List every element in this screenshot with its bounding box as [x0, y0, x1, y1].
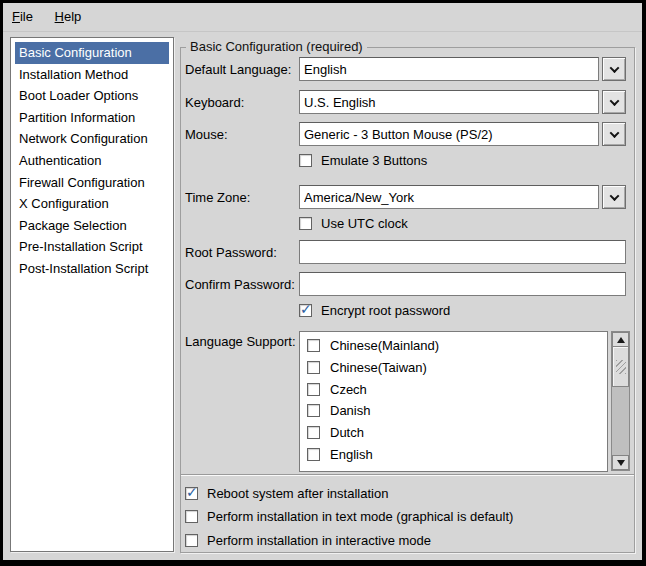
chevron-down-icon: [609, 96, 619, 106]
language-option-label: Chinese(Taiwan): [330, 360, 427, 375]
menu-help-mnemonic: H: [55, 9, 64, 24]
reboot-after-install-label: Reboot system after installation: [207, 486, 388, 501]
menu-file-label: ile: [20, 9, 33, 24]
language-list-scrollbar[interactable]: [611, 331, 630, 471]
encrypt-root-password-label: Encrypt root password: [321, 303, 450, 318]
interactive-mode-install-checkbox-row[interactable]: Perform installation in interactive mode: [185, 532, 431, 548]
mouse-dropdown-button[interactable]: [602, 122, 626, 146]
root-password-row: Root Password:: [185, 240, 626, 264]
chevron-down-icon: [609, 191, 619, 201]
emulate-3-buttons-label: Emulate 3 Buttons: [321, 153, 427, 168]
scroll-down-button[interactable]: [612, 455, 629, 470]
language-checkbox[interactable]: [307, 339, 320, 352]
sidebar-item-authentication[interactable]: Authentication: [15, 150, 169, 172]
language-option-chinese-mainland[interactable]: Chinese(Mainland): [300, 335, 607, 357]
menu-file[interactable]: File: [3, 3, 42, 31]
sidebar-item-package-selection[interactable]: Package Selection: [15, 215, 169, 237]
keyboard-row: Keyboard:: [185, 90, 626, 114]
default-language-label: Default Language:: [185, 62, 299, 77]
menu-help[interactable]: Help: [46, 3, 91, 31]
language-support-label-row: Language Support:: [185, 333, 296, 349]
language-option-english[interactable]: English: [300, 443, 607, 465]
language-support-label: Language Support:: [185, 334, 296, 349]
mouse-combo: [299, 122, 626, 146]
root-password-input[interactable]: [299, 240, 626, 264]
mouse-input[interactable]: [299, 122, 599, 146]
language-option-chinese-taiwan[interactable]: Chinese(Taiwan): [300, 357, 607, 379]
menu-file-mnemonic: F: [12, 9, 20, 24]
language-option-label: Danish: [330, 403, 370, 418]
chevron-down-icon: [609, 128, 619, 138]
section-list: Basic Configuration Installation Method …: [10, 37, 174, 552]
interactive-mode-install-label: Perform installation in interactive mode: [207, 533, 431, 548]
language-checkbox[interactable]: [307, 361, 320, 374]
language-checkbox[interactable]: [307, 426, 320, 439]
chevron-down-icon: [609, 63, 619, 73]
arrow-up-icon: [617, 337, 625, 343]
emulate-3-buttons-checkbox-row[interactable]: Emulate 3 Buttons: [299, 152, 427, 168]
interactive-mode-install-checkbox[interactable]: [185, 534, 198, 547]
default-language-combo: [299, 57, 626, 81]
use-utc-clock-checkbox-row[interactable]: Use UTC clock: [299, 215, 408, 231]
scroll-up-button[interactable]: [612, 332, 629, 347]
language-option-danish[interactable]: Danish: [300, 400, 607, 422]
language-option-label: English: [330, 447, 373, 462]
sidebar-item-basic-configuration[interactable]: Basic Configuration: [15, 42, 169, 64]
grip-icon: [616, 360, 626, 374]
language-option-label: Czech: [330, 382, 367, 397]
emulate-3-buttons-checkbox[interactable]: [299, 154, 312, 167]
time-zone-label: Time Zone:: [185, 190, 299, 205]
language-option-dutch[interactable]: Dutch: [300, 422, 607, 444]
confirm-password-row: Confirm Password:: [185, 272, 626, 296]
sidebar-item-pre-installation-script[interactable]: Pre-Installation Script: [15, 236, 169, 258]
language-option-label: Chinese(Mainland): [330, 338, 439, 353]
mouse-label: Mouse:: [185, 127, 299, 142]
footer-separator: [181, 474, 634, 476]
confirm-password-input[interactable]: [299, 272, 626, 296]
language-checkbox[interactable]: [307, 404, 320, 417]
language-checkbox[interactable]: [307, 448, 320, 461]
default-language-dropdown-button[interactable]: [602, 57, 626, 81]
keyboard-combo: [299, 90, 626, 114]
menu-help-label: elp: [64, 9, 81, 24]
kickstart-configurator-window: File Help Basic Configuration Installati…: [0, 0, 646, 566]
sidebar-item-network-configuration[interactable]: Network Configuration: [15, 128, 169, 150]
arrow-down-icon: [617, 460, 625, 466]
use-utc-clock-checkbox[interactable]: [299, 217, 312, 230]
confirm-password-label: Confirm Password:: [185, 277, 299, 292]
scrollbar-thumb[interactable]: [612, 347, 629, 387]
sidebar-item-boot-loader-options[interactable]: Boot Loader Options: [15, 85, 169, 107]
language-option-czech[interactable]: Czech: [300, 378, 607, 400]
reboot-after-install-checkbox-row[interactable]: Reboot system after installation: [185, 485, 388, 501]
sidebar-item-post-installation-script[interactable]: Post-Installation Script: [15, 258, 169, 280]
language-support-list: Chinese(Mainland) Chinese(Taiwan) Czech …: [299, 331, 608, 472]
root-password-label: Root Password:: [185, 245, 299, 260]
keyboard-input[interactable]: [299, 90, 599, 114]
sidebar-item-installation-method[interactable]: Installation Method: [15, 64, 169, 86]
use-utc-clock-label: Use UTC clock: [321, 216, 408, 231]
encrypt-root-password-checkbox-row[interactable]: Encrypt root password: [299, 302, 450, 318]
default-language-input[interactable]: [299, 57, 599, 81]
sidebar-item-partition-information[interactable]: Partition Information: [15, 107, 169, 129]
encrypt-root-password-checkbox[interactable]: [299, 304, 312, 317]
text-mode-install-checkbox-row[interactable]: Perform installation in text mode (graph…: [185, 508, 513, 524]
sidebar-item-firewall-configuration[interactable]: Firewall Configuration: [15, 172, 169, 194]
language-option-label: Dutch: [330, 425, 364, 440]
reboot-after-install-checkbox[interactable]: [185, 487, 198, 500]
time-zone-row: Time Zone:: [185, 185, 626, 209]
menubar: File Help: [3, 3, 642, 32]
scrollbar-track[interactable]: [612, 387, 629, 455]
default-language-row: Default Language:: [185, 57, 626, 81]
text-mode-install-label: Perform installation in text mode (graph…: [207, 509, 513, 524]
language-support-list-wrap: Chinese(Mainland) Chinese(Taiwan) Czech …: [299, 331, 630, 472]
mouse-row: Mouse:: [185, 122, 626, 146]
text-mode-install-checkbox[interactable]: [185, 510, 198, 523]
language-checkbox[interactable]: [307, 383, 320, 396]
keyboard-label: Keyboard:: [185, 95, 299, 110]
frame-title: Basic Configuration (required): [186, 39, 367, 55]
time-zone-combo: [299, 185, 626, 209]
time-zone-input[interactable]: [299, 185, 599, 209]
time-zone-dropdown-button[interactable]: [602, 185, 626, 209]
sidebar-item-x-configuration[interactable]: X Configuration: [15, 193, 169, 215]
keyboard-dropdown-button[interactable]: [602, 90, 626, 114]
